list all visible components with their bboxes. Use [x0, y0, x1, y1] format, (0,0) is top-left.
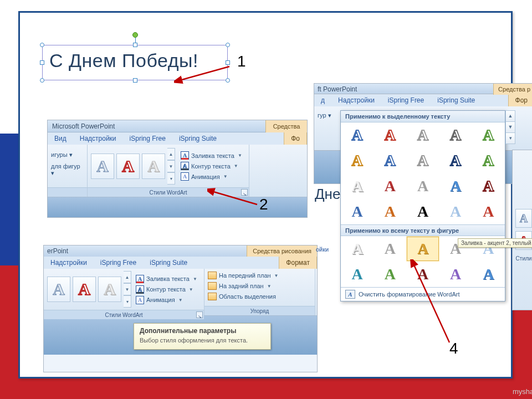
- tab-view[interactable]: Вид: [48, 132, 73, 145]
- group-label-trunc: Стили: [513, 255, 532, 262]
- wordart-style-item[interactable]: A: [406, 122, 439, 148]
- wordart-style-item[interactable]: A: [472, 262, 505, 287]
- resize-handle[interactable]: [133, 43, 137, 47]
- step-label-2: 2: [259, 196, 268, 213]
- tab-ispring-free[interactable]: iSpring Free: [94, 257, 143, 269]
- wordart-style-item[interactable]: A: [374, 173, 406, 199]
- tab-addins[interactable]: Надстройки: [44, 257, 94, 269]
- gallery-row-up[interactable]: ▲: [167, 148, 175, 160]
- resize-handle[interactable]: [226, 78, 230, 83]
- text-effects-button[interactable]: Анимация▼: [181, 172, 242, 181]
- tab-trunc-addins: ойки: [314, 244, 331, 255]
- wordart-style-item[interactable]: A: [341, 236, 374, 262]
- wordart-style-item[interactable]: A: [341, 173, 374, 199]
- ribbon-body: игуры ▾ для фигур ▾ A A A ▲ ▼ ▾ Залив: [48, 145, 307, 197]
- gallery-more[interactable]: ▾: [505, 132, 515, 144]
- wordart-style-item[interactable]: A: [439, 262, 472, 287]
- resize-handle[interactable]: [133, 78, 137, 83]
- gallery-row-down[interactable]: ▼: [167, 160, 175, 172]
- send-to-back-button[interactable]: На задний план▼: [208, 282, 272, 290]
- wordart-style-item[interactable]: A: [374, 236, 406, 262]
- ribbon-tabs: Вид Надстройки iSpring Free iSpring Suit…: [48, 132, 307, 145]
- tab-addins[interactable]: Надстройки: [73, 132, 123, 145]
- tab-format[interactable]: Фор: [508, 94, 532, 106]
- tab-ispring-suite[interactable]: iSpring Suite: [172, 132, 223, 145]
- wordart-text[interactable]: С Днем Победы!: [43, 45, 227, 76]
- gallery-expand[interactable]: ▾: [124, 295, 131, 308]
- tab-ispring-suite[interactable]: iSpring Suite: [143, 257, 194, 269]
- wordart-style-preset[interactable]: A: [98, 277, 121, 302]
- wordart-style-item[interactable]: A: [374, 262, 406, 287]
- wordart-style-item[interactable]: A: [472, 148, 505, 173]
- dialog-launcher[interactable]: ↘: [196, 311, 203, 318]
- wordart-style-item[interactable]: A: [374, 148, 406, 173]
- tab-format[interactable]: Фо: [284, 132, 307, 145]
- wordart-style-item-hover[interactable]: A: [406, 236, 439, 262]
- wordart-style-item[interactable]: A: [472, 122, 505, 148]
- clear-format-icon: A: [345, 290, 355, 299]
- gallery-header-selected-text: Применимо к выделенному тексту: [341, 111, 505, 122]
- resize-handle[interactable]: [226, 43, 230, 47]
- ribbon-snippet-3: erPoint Средства рисования Надстройки iS…: [43, 245, 318, 372]
- wordart-style-item[interactable]: A: [406, 173, 439, 199]
- tab-ispring-free[interactable]: iSpring Free: [123, 132, 172, 145]
- wordart-style-item[interactable]: A: [406, 199, 439, 224]
- gallery-row-down[interactable]: ▼: [124, 283, 131, 295]
- wordart-style-preset[interactable]: A: [142, 154, 165, 179]
- text-effects-button[interactable]: Анимация▼: [136, 295, 197, 305]
- rotate-handle[interactable]: [132, 32, 138, 38]
- wordart-style-item[interactable]: A: [439, 199, 472, 224]
- gallery-header-shape-text: Применимо ко всему тексту в фигуре: [341, 224, 505, 236]
- tab-addins[interactable]: Надстройки: [331, 94, 381, 106]
- group-label-wordart: Стили WordArt↘: [88, 187, 249, 197]
- tab-view-trunc[interactable]: д: [314, 94, 331, 106]
- shapes-button-trunc[interactable]: гур ▾: [318, 112, 331, 119]
- resize-handle[interactable]: [40, 78, 44, 83]
- slide-text-behind: Дне: [315, 186, 340, 203]
- group-label-arrange: Упоряд: [204, 306, 315, 315]
- wordart-style-preset[interactable]: A: [73, 277, 96, 302]
- text-outline-button[interactable]: Контур текста▼: [136, 285, 197, 294]
- wordart-style-item[interactable]: A: [341, 199, 374, 224]
- resize-handle[interactable]: [40, 60, 44, 65]
- wordart-style-item[interactable]: A: [374, 199, 406, 224]
- wordart-style-item[interactable]: A: [341, 262, 374, 287]
- wordart-style-item[interactable]: A: [406, 262, 439, 287]
- wordart-style-item[interactable]: A: [472, 199, 505, 224]
- wordart-style-preset[interactable]: A: [116, 154, 140, 179]
- clear-wordart-formatting[interactable]: A Очистить форматирование WordArt: [341, 287, 505, 301]
- selection-pane-button[interactable]: Область выделения: [208, 292, 276, 301]
- wordart-style-item[interactable]: A: [439, 122, 472, 148]
- resize-handle[interactable]: [40, 43, 44, 47]
- tab-ispring-free[interactable]: iSpring Free: [381, 94, 431, 106]
- bring-to-front-button[interactable]: На передний план▼: [208, 271, 279, 280]
- wordart-style-preset[interactable]: A: [91, 154, 114, 179]
- gallery-scroll-up[interactable]: ▲: [505, 110, 515, 122]
- contextual-tab-title: Средства рисования: [247, 245, 317, 257]
- step-label-1: 1: [237, 53, 246, 70]
- wordart-style-item[interactable]: A: [406, 148, 439, 173]
- gallery-scroll-down[interactable]: ▼: [505, 121, 515, 133]
- tab-ispring-suite[interactable]: iSpring Suite: [431, 94, 482, 106]
- gallery-expand[interactable]: ▾: [167, 172, 175, 185]
- shapes-button-trunc[interactable]: игуры ▾: [51, 151, 73, 158]
- text-fill-button[interactable]: Заливка текста▼: [181, 151, 242, 160]
- shape-effects-trunc[interactable]: для фигур ▾: [51, 163, 84, 177]
- wordart-style-preset[interactable]: A: [47, 277, 70, 302]
- wordart-style-item[interactable]: A: [341, 122, 374, 148]
- dialog-launcher[interactable]: ↘: [241, 189, 248, 196]
- wordart-item-tooltip: Заливка - акцент 2, теплый ма: [458, 238, 532, 248]
- wordart-style-item[interactable]: A: [341, 148, 374, 173]
- wordart-style-item[interactable]: A: [472, 173, 505, 199]
- wordart-textbox[interactable]: С Днем Победы!: [42, 45, 228, 80]
- tab-format[interactable]: Формат: [279, 256, 317, 269]
- resize-handle[interactable]: [226, 60, 230, 65]
- wordart-style-preset[interactable]: A: [515, 209, 532, 228]
- wordart-style-item[interactable]: A: [439, 148, 472, 173]
- text-outline-button[interactable]: Контур текста▼: [181, 161, 242, 171]
- gallery-row-up[interactable]: ▲: [124, 271, 131, 283]
- wordart-style-item[interactable]: A: [439, 173, 472, 199]
- step-label-4: 4: [449, 340, 458, 357]
- wordart-style-item[interactable]: A: [374, 122, 406, 148]
- text-fill-button[interactable]: Заливка текста▼: [136, 274, 197, 284]
